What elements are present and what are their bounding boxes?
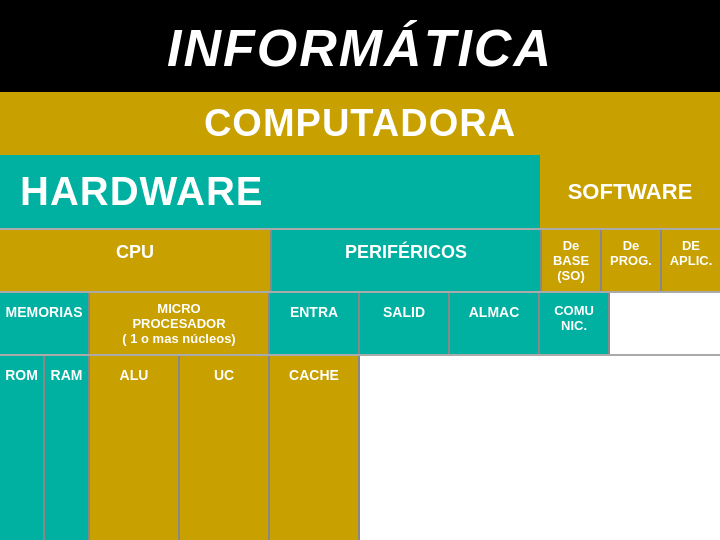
spacer-right xyxy=(610,293,720,354)
debase-cell: De BASE (SO) xyxy=(540,230,600,291)
cache-text: CACHE xyxy=(289,367,339,383)
title-row: INFORMÁTICA xyxy=(0,0,720,92)
cpu-text: CPU xyxy=(116,242,154,262)
perifericos-cell: PERIFÉRICOS xyxy=(270,230,540,291)
cpu-cell: CPU xyxy=(0,230,270,291)
salid-text: SALID xyxy=(383,304,425,320)
rom-text: ROM xyxy=(5,367,38,383)
bottom-spacer xyxy=(360,356,720,540)
deprog-cell: De PROG. xyxy=(600,230,660,291)
micro-line3: ( 1 o mas núcleos) xyxy=(94,331,264,346)
micro-line2: PROCESADOR xyxy=(94,316,264,331)
deaplic-line2: APLIC. xyxy=(666,253,716,268)
page: INFORMÁTICA COMPUTADORA HARDWARE SOFTWAR… xyxy=(0,0,720,540)
comunic-line1: COMU xyxy=(544,303,604,318)
rom-cell: ROM xyxy=(0,356,45,540)
debase-line1: De xyxy=(546,238,596,253)
computadora-row: COMPUTADORA xyxy=(0,92,720,155)
cpu-peri-row: CPU PERIFÉRICOS De BASE (SO) De PROG. DE… xyxy=(0,228,720,291)
almac-cell: ALMAC xyxy=(450,293,540,354)
debase-line3: (SO) xyxy=(546,268,596,283)
memorias-text: MEMORIAS xyxy=(6,304,83,320)
deprog-line2: PROG. xyxy=(606,253,656,268)
entra-cell: ENTRA xyxy=(270,293,360,354)
almac-text: ALMAC xyxy=(469,304,520,320)
software-cell: SOFTWARE xyxy=(540,155,720,228)
bottom-row: ROM RAM ALU UC CACHE xyxy=(0,354,720,540)
hardware-cell: HARDWARE xyxy=(0,155,540,228)
salid-cell: SALID xyxy=(360,293,450,354)
computadora-text: COMPUTADORA xyxy=(204,102,516,144)
comunic-cell: COMU NIC. xyxy=(540,293,610,354)
uc-text: UC xyxy=(214,367,234,383)
ram-cell: RAM xyxy=(45,356,90,540)
alu-text: ALU xyxy=(120,367,149,383)
deaplic-cell: DE APLIC. xyxy=(660,230,720,291)
ram-text: RAM xyxy=(51,367,83,383)
deaplic-line1: DE xyxy=(666,238,716,253)
uc-cell: UC xyxy=(180,356,270,540)
alu-cell: ALU xyxy=(90,356,180,540)
mem-micro-row: MEMORIAS MICRO PROCESADOR ( 1 o mas núcl… xyxy=(0,291,720,354)
entra-text: ENTRA xyxy=(290,304,338,320)
software-text: SOFTWARE xyxy=(568,179,693,205)
deprog-line1: De xyxy=(606,238,656,253)
perifericos-text: PERIFÉRICOS xyxy=(345,242,467,262)
debase-line2: BASE xyxy=(546,253,596,268)
micro-line1: MICRO xyxy=(94,301,264,316)
memorias-cell: MEMORIAS xyxy=(0,293,90,354)
comunic-line2: NIC. xyxy=(544,318,604,333)
hw-sw-row: HARDWARE SOFTWARE xyxy=(0,155,720,228)
cache-cell: CACHE xyxy=(270,356,360,540)
micro-cell: MICRO PROCESADOR ( 1 o mas núcleos) xyxy=(90,293,270,354)
title-text: INFORMÁTICA xyxy=(167,19,553,77)
hardware-text: HARDWARE xyxy=(20,169,264,213)
